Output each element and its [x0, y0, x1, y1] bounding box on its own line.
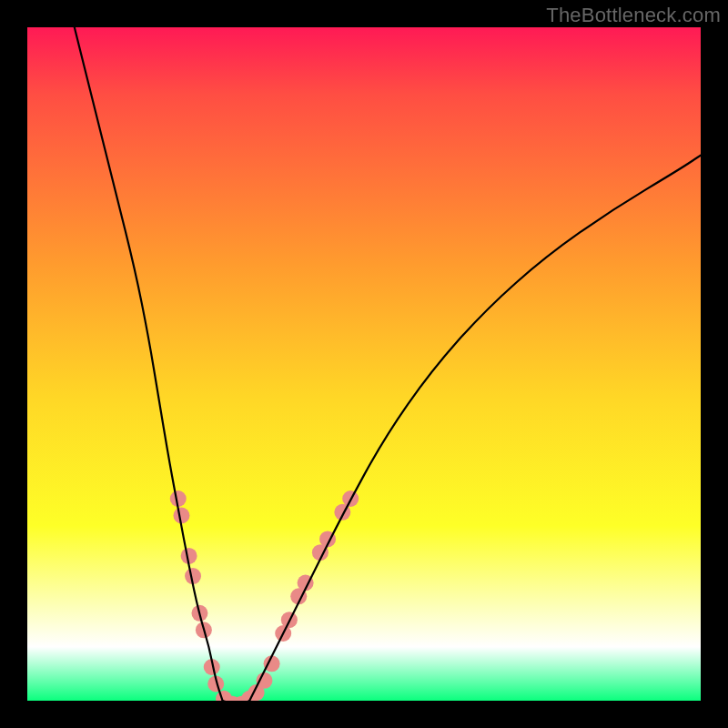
- plot-area: [27, 27, 701, 701]
- chart-svg: [27, 27, 701, 701]
- chart-frame: TheBottleneck.com: [0, 0, 728, 728]
- gradient-background: [27, 27, 701, 701]
- watermark-text: TheBottleneck.com: [546, 4, 721, 27]
